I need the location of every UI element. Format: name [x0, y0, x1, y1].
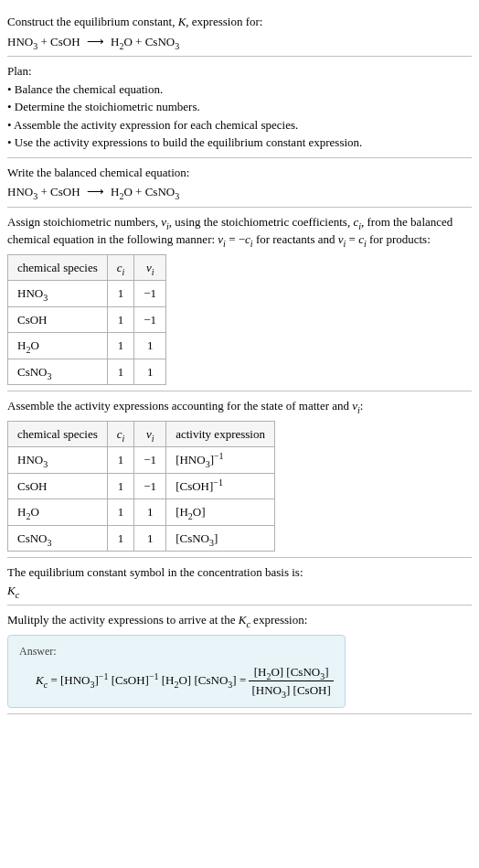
fraction-denominator: [HNO3] [CsOH] [249, 681, 333, 700]
question-equation: HNO3 + CsOH ⟶ H2O + CsNO3 [7, 33, 472, 51]
plan-bullet-2: • Determine the stoichiometric numbers. [7, 98, 472, 116]
kc-symbol-section: The equilibrium constant symbol in the c… [7, 558, 472, 605]
activity-section: Assemble the activity expressions accoun… [7, 391, 472, 558]
reaction-arrow-icon: ⟶ [87, 183, 104, 201]
table-row: HNO31−1 [8, 281, 166, 307]
stoich-section: Assign stoichiometric numbers, νi, using… [7, 208, 472, 392]
kc-symbol-text: The equilibrium constant symbol in the c… [7, 563, 472, 582]
table-row: CsOH1−1[CsOH]−1 [8, 473, 275, 499]
col-c: ci [107, 421, 134, 447]
stoich-table: chemical species ci νi HNO31−1 CsOH1−1 H… [7, 254, 166, 386]
kc-expression: Kc = [HNO3]−1 [CsOH]−1 [H2O] [CsNO3] = [… [36, 663, 334, 700]
table-header-row: chemical species ci νi [8, 254, 166, 281]
stoich-text: Assign stoichiometric numbers, νi, using… [7, 213, 472, 249]
species-h2o: H2O [111, 35, 133, 48]
plan-bullet-4: • Use the activity expressions to build … [7, 134, 472, 152]
table-row: CsOH1−1 [8, 306, 166, 333]
kc-symbol: Kc [7, 582, 472, 600]
plan-title: Plan: [7, 62, 472, 80]
answer-label: Answer: [19, 643, 334, 659]
question-text: Construct the equilibrium constant, K, e… [7, 13, 472, 31]
question-section: Construct the equilibrium constant, K, e… [7, 7, 472, 57]
species-hno3: HNO3 [7, 35, 37, 48]
table-row: CsNO311[CsNO3] [8, 525, 275, 552]
balanced-title: Write the balanced chemical equation: [7, 164, 472, 182]
activity-table: chemical species ci νi activity expressi… [7, 421, 275, 552]
multiply-text: Mulitply the activity expressions to arr… [7, 611, 472, 629]
species-csoh: CsOH [50, 35, 80, 48]
multiply-section: Mulitply the activity expressions to arr… [7, 605, 472, 714]
table-header-row: chemical species ci νi activity expressi… [8, 421, 275, 447]
plan-bullet-1: • Balance the chemical equation. [7, 80, 472, 99]
col-activity: activity expression [166, 421, 275, 447]
reaction-arrow-icon: ⟶ [87, 33, 104, 51]
fraction-numerator: [H2O] [CsNO3] [249, 663, 333, 682]
col-nu: νi [134, 254, 166, 281]
activity-text: Assemble the activity expressions accoun… [7, 397, 472, 415]
table-row: CsNO311 [8, 359, 166, 385]
table-row: HNO31−1[HNO3]−1 [8, 447, 275, 474]
species-csno3: CsNO3 [145, 35, 180, 48]
table-row: H2O11 [8, 333, 166, 359]
plan-bullet-3: • Assemble the activity expression for e… [7, 116, 472, 134]
plan-section: Plan: • Balance the chemical equation. •… [7, 57, 472, 158]
question-prompt-2: , expression for: [186, 15, 262, 28]
fraction: [H2O] [CsNO3][HNO3] [CsOH] [249, 663, 333, 700]
balanced-section: Write the balanced chemical equation: HN… [7, 158, 472, 208]
col-species: chemical species [8, 421, 108, 447]
col-species: chemical species [8, 254, 108, 281]
table-row: H2O11[H2O] [8, 499, 275, 526]
balanced-equation: HNO3 + CsOH ⟶ H2O + CsNO3 [7, 183, 472, 201]
question-prompt-1: Construct the equilibrium constant, [7, 15, 178, 28]
col-nu: νi [134, 421, 166, 447]
col-c: ci [107, 254, 134, 281]
answer-box: Answer: Kc = [HNO3]−1 [CsOH]−1 [H2O] [Cs… [7, 635, 346, 708]
